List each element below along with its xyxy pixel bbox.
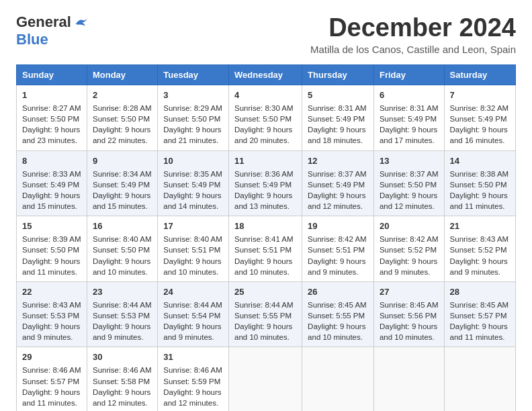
calendar-week-row: 15Sunrise: 8:39 AMSunset: 5:50 PMDayligh… bbox=[17, 216, 516, 282]
calendar-cell bbox=[444, 347, 515, 411]
day-number: 16 bbox=[93, 220, 152, 232]
calendar-table: SundayMondayTuesdayWednesdayThursdayFrid… bbox=[16, 64, 516, 411]
day-number: 21 bbox=[450, 220, 510, 232]
logo-blue-line: Blue bbox=[16, 31, 48, 48]
calendar-cell: 10Sunrise: 8:35 AMSunset: 5:49 PMDayligh… bbox=[158, 150, 229, 216]
calendar-cell: 3Sunrise: 8:29 AMSunset: 5:50 PMDaylight… bbox=[158, 85, 229, 151]
calendar-cell: 4Sunrise: 8:30 AMSunset: 5:50 PMDaylight… bbox=[229, 85, 302, 151]
calendar-week-row: 29Sunrise: 8:46 AMSunset: 5:57 PMDayligh… bbox=[17, 347, 516, 411]
day-number: 29 bbox=[22, 351, 81, 363]
calendar-cell: 27Sunrise: 8:45 AMSunset: 5:56 PMDayligh… bbox=[373, 281, 444, 347]
calendar-week-row: 1Sunrise: 8:27 AMSunset: 5:50 PMDaylight… bbox=[17, 85, 516, 151]
day-number: 11 bbox=[234, 155, 296, 167]
day-number: 7 bbox=[450, 89, 510, 101]
calendar-header-day: Sunday bbox=[17, 65, 87, 85]
day-number: 9 bbox=[93, 155, 152, 167]
day-number: 22 bbox=[22, 286, 81, 298]
calendar-cell: 8Sunrise: 8:33 AMSunset: 5:49 PMDaylight… bbox=[17, 150, 87, 216]
logo: General bbox=[16, 13, 89, 31]
day-number: 23 bbox=[93, 286, 152, 298]
day-number: 14 bbox=[450, 155, 510, 167]
calendar-cell: 17Sunrise: 8:40 AMSunset: 5:51 PMDayligh… bbox=[158, 216, 229, 282]
day-number: 18 bbox=[234, 220, 296, 232]
calendar-cell: 21Sunrise: 8:43 AMSunset: 5:52 PMDayligh… bbox=[444, 216, 515, 282]
calendar-cell: 12Sunrise: 8:37 AMSunset: 5:49 PMDayligh… bbox=[302, 150, 374, 216]
calendar-cell: 13Sunrise: 8:37 AMSunset: 5:50 PMDayligh… bbox=[373, 150, 444, 216]
day-number: 27 bbox=[380, 286, 439, 298]
calendar-cell: 5Sunrise: 8:31 AMSunset: 5:49 PMDaylight… bbox=[302, 85, 374, 151]
day-number: 26 bbox=[308, 286, 368, 298]
calendar-cell bbox=[302, 347, 374, 411]
day-number: 24 bbox=[163, 286, 223, 298]
calendar-cell: 20Sunrise: 8:42 AMSunset: 5:52 PMDayligh… bbox=[373, 216, 444, 282]
calendar-cell: 19Sunrise: 8:42 AMSunset: 5:51 PMDayligh… bbox=[302, 216, 374, 282]
calendar-header-day: Wednesday bbox=[229, 65, 302, 85]
day-number: 15 bbox=[22, 220, 81, 232]
day-number: 12 bbox=[308, 155, 368, 167]
day-number: 28 bbox=[450, 286, 510, 298]
day-number: 8 bbox=[22, 155, 81, 167]
calendar-cell: 6Sunrise: 8:31 AMSunset: 5:49 PMDaylight… bbox=[373, 85, 444, 151]
day-number: 5 bbox=[308, 89, 368, 101]
calendar-cell bbox=[373, 347, 444, 411]
calendar-header-row: SundayMondayTuesdayWednesdayThursdayFrid… bbox=[17, 65, 516, 85]
calendar-cell: 14Sunrise: 8:38 AMSunset: 5:50 PMDayligh… bbox=[444, 150, 515, 216]
calendar-cell: 11Sunrise: 8:36 AMSunset: 5:49 PMDayligh… bbox=[229, 150, 302, 216]
day-number: 1 bbox=[22, 89, 81, 101]
calendar-cell: 24Sunrise: 8:44 AMSunset: 5:54 PMDayligh… bbox=[158, 281, 229, 347]
calendar-header-day: Saturday bbox=[444, 65, 515, 85]
calendar-cell: 22Sunrise: 8:43 AMSunset: 5:53 PMDayligh… bbox=[17, 281, 87, 347]
calendar-cell: 23Sunrise: 8:44 AMSunset: 5:53 PMDayligh… bbox=[87, 281, 157, 347]
calendar-cell: 16Sunrise: 8:40 AMSunset: 5:50 PMDayligh… bbox=[87, 216, 157, 282]
calendar-cell: 18Sunrise: 8:41 AMSunset: 5:51 PMDayligh… bbox=[229, 216, 302, 282]
calendar-header-day: Tuesday bbox=[158, 65, 229, 85]
calendar-header-day: Monday bbox=[87, 65, 157, 85]
calendar-cell: 31Sunrise: 8:46 AMSunset: 5:59 PMDayligh… bbox=[158, 347, 229, 411]
calendar-week-row: 22Sunrise: 8:43 AMSunset: 5:53 PMDayligh… bbox=[17, 281, 516, 347]
calendar-cell: 26Sunrise: 8:45 AMSunset: 5:55 PMDayligh… bbox=[302, 281, 374, 347]
calendar-cell: 1Sunrise: 8:27 AMSunset: 5:50 PMDaylight… bbox=[17, 85, 87, 151]
day-number: 25 bbox=[234, 286, 296, 298]
calendar-header-day: Friday bbox=[373, 65, 444, 85]
calendar-cell: 2Sunrise: 8:28 AMSunset: 5:50 PMDaylight… bbox=[87, 85, 157, 151]
day-number: 13 bbox=[380, 155, 439, 167]
day-number: 31 bbox=[163, 351, 223, 363]
day-number: 3 bbox=[163, 89, 223, 101]
logo-general: General bbox=[16, 13, 71, 31]
day-number: 30 bbox=[93, 351, 152, 363]
calendar-cell: 9Sunrise: 8:34 AMSunset: 5:49 PMDaylight… bbox=[87, 150, 157, 216]
day-number: 10 bbox=[163, 155, 223, 167]
day-number: 20 bbox=[380, 220, 439, 232]
calendar-cell: 28Sunrise: 8:45 AMSunset: 5:57 PMDayligh… bbox=[444, 281, 515, 347]
location-title: Matilla de los Canos, Castille and Leon,… bbox=[310, 44, 516, 55]
day-number: 17 bbox=[163, 220, 223, 232]
day-number: 19 bbox=[308, 220, 368, 232]
calendar-week-row: 8Sunrise: 8:33 AMSunset: 5:49 PMDaylight… bbox=[17, 150, 516, 216]
calendar-cell: 29Sunrise: 8:46 AMSunset: 5:57 PMDayligh… bbox=[17, 347, 87, 411]
month-title: December 2024 bbox=[310, 13, 516, 42]
calendar-cell: 7Sunrise: 8:32 AMSunset: 5:49 PMDaylight… bbox=[444, 85, 515, 151]
logo-blue-text: Blue bbox=[16, 31, 48, 48]
calendar-cell: 25Sunrise: 8:44 AMSunset: 5:55 PMDayligh… bbox=[229, 281, 302, 347]
logo-area: General Blue bbox=[16, 13, 89, 48]
day-number: 2 bbox=[93, 89, 152, 101]
calendar-cell: 30Sunrise: 8:46 AMSunset: 5:58 PMDayligh… bbox=[87, 347, 157, 411]
logo-bird-icon bbox=[74, 15, 89, 30]
day-number: 6 bbox=[380, 89, 439, 101]
title-area: December 2024 Matilla de los Canos, Cast… bbox=[310, 13, 516, 55]
calendar-cell bbox=[229, 347, 302, 411]
day-number: 4 bbox=[234, 89, 296, 101]
calendar-header-day: Thursday bbox=[302, 65, 374, 85]
page-header: General Blue December 2024 Matilla de lo… bbox=[16, 13, 516, 55]
calendar-cell: 15Sunrise: 8:39 AMSunset: 5:50 PMDayligh… bbox=[17, 216, 87, 282]
